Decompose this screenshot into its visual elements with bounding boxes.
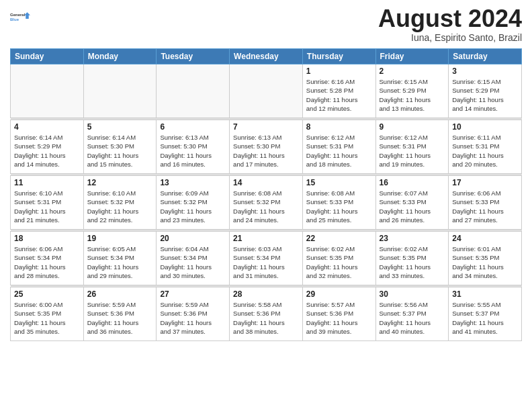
day-info: Sunrise: 6:04 AM Sunset: 5:34 PM Dayligh… bbox=[160, 244, 226, 280]
day-info: Sunrise: 6:13 AM Sunset: 5:30 PM Dayligh… bbox=[160, 133, 226, 169]
calendar-cell: 14Sunrise: 6:08 AM Sunset: 5:32 PM Dayli… bbox=[230, 176, 303, 230]
header-wednesday: Wednesday bbox=[230, 49, 303, 64]
calendar-cell: 23Sunrise: 6:02 AM Sunset: 5:35 PM Dayli… bbox=[375, 232, 449, 285]
calendar-cell bbox=[83, 64, 157, 118]
day-number: 6 bbox=[160, 122, 226, 132]
day-number: 31 bbox=[452, 289, 518, 299]
day-number: 20 bbox=[160, 234, 226, 243]
day-number: 29 bbox=[306, 289, 372, 299]
day-number: 18 bbox=[14, 234, 80, 243]
day-info: Sunrise: 6:08 AM Sunset: 5:33 PM Dayligh… bbox=[306, 189, 372, 224]
calendar-cell: 8Sunrise: 6:12 AM Sunset: 5:31 PM Daylig… bbox=[302, 120, 375, 174]
day-number: 10 bbox=[452, 122, 518, 132]
calendar-cell: 13Sunrise: 6:09 AM Sunset: 5:32 PM Dayli… bbox=[157, 176, 230, 230]
calendar-week-row: 18Sunrise: 6:06 AM Sunset: 5:34 PM Dayli… bbox=[11, 232, 522, 285]
month-year: August 2024 bbox=[378, 7, 522, 31]
calendar-cell: 6Sunrise: 6:13 AM Sunset: 5:30 PM Daylig… bbox=[157, 120, 230, 174]
calendar-week-row: 4Sunrise: 6:14 AM Sunset: 5:29 PM Daylig… bbox=[11, 120, 522, 174]
calendar-cell: 30Sunrise: 5:56 AM Sunset: 5:37 PM Dayli… bbox=[375, 287, 449, 341]
day-info: Sunrise: 6:15 AM Sunset: 5:29 PM Dayligh… bbox=[452, 77, 518, 113]
day-number: 26 bbox=[87, 289, 153, 299]
day-info: Sunrise: 6:08 AM Sunset: 5:32 PM Dayligh… bbox=[233, 189, 299, 224]
day-number: 24 bbox=[452, 234, 518, 243]
header-sunday: Sunday bbox=[11, 49, 84, 64]
day-info: Sunrise: 6:14 AM Sunset: 5:29 PM Dayligh… bbox=[14, 133, 80, 169]
day-number: 7 bbox=[233, 122, 299, 132]
header-thursday: Thursday bbox=[302, 49, 375, 64]
header-monday: Monday bbox=[83, 49, 157, 64]
header: GeneralBlue August 2024 Iuna, Espirito S… bbox=[10, 7, 522, 43]
header-tuesday: Tuesday bbox=[157, 49, 230, 64]
calendar-cell: 26Sunrise: 5:59 AM Sunset: 5:36 PM Dayli… bbox=[83, 287, 157, 341]
day-number: 27 bbox=[160, 289, 226, 299]
day-number: 21 bbox=[233, 234, 299, 243]
day-number: 15 bbox=[306, 178, 372, 187]
logo-icon: GeneralBlue bbox=[10, 7, 30, 27]
day-number: 28 bbox=[233, 289, 299, 299]
calendar-cell: 21Sunrise: 6:03 AM Sunset: 5:34 PM Dayli… bbox=[230, 232, 303, 285]
calendar-cell: 31Sunrise: 5:55 AM Sunset: 5:37 PM Dayli… bbox=[449, 287, 522, 341]
calendar-cell: 28Sunrise: 5:58 AM Sunset: 5:36 PM Dayli… bbox=[230, 287, 303, 341]
svg-text:Blue: Blue bbox=[10, 17, 19, 21]
day-info: Sunrise: 6:05 AM Sunset: 5:34 PM Dayligh… bbox=[87, 244, 153, 280]
day-info: Sunrise: 5:59 AM Sunset: 5:36 PM Dayligh… bbox=[87, 300, 153, 336]
day-number: 9 bbox=[380, 122, 445, 132]
day-info: Sunrise: 5:58 AM Sunset: 5:36 PM Dayligh… bbox=[233, 300, 299, 336]
calendar-cell bbox=[157, 64, 230, 118]
day-info: Sunrise: 6:01 AM Sunset: 5:35 PM Dayligh… bbox=[452, 244, 518, 280]
day-number: 22 bbox=[306, 234, 372, 243]
header-friday: Friday bbox=[375, 49, 449, 64]
day-info: Sunrise: 6:06 AM Sunset: 5:34 PM Dayligh… bbox=[14, 244, 80, 280]
day-number: 13 bbox=[160, 178, 226, 187]
day-number: 14 bbox=[233, 178, 299, 187]
calendar-cell: 4Sunrise: 6:14 AM Sunset: 5:29 PM Daylig… bbox=[11, 120, 84, 174]
day-info: Sunrise: 6:13 AM Sunset: 5:30 PM Dayligh… bbox=[233, 133, 299, 169]
day-info: Sunrise: 6:06 AM Sunset: 5:33 PM Dayligh… bbox=[452, 189, 518, 224]
calendar-week-row: 1Sunrise: 6:16 AM Sunset: 5:28 PM Daylig… bbox=[11, 64, 522, 118]
day-info: Sunrise: 6:14 AM Sunset: 5:30 PM Dayligh… bbox=[87, 133, 153, 169]
day-info: Sunrise: 6:12 AM Sunset: 5:31 PM Dayligh… bbox=[306, 133, 372, 169]
day-number: 8 bbox=[306, 122, 372, 132]
weekday-header-row: Sunday Monday Tuesday Wednesday Thursday… bbox=[11, 49, 522, 64]
day-number: 23 bbox=[380, 234, 445, 243]
day-info: Sunrise: 5:55 AM Sunset: 5:37 PM Dayligh… bbox=[452, 300, 518, 336]
calendar-cell: 25Sunrise: 6:00 AM Sunset: 5:35 PM Dayli… bbox=[11, 287, 84, 341]
title-section: August 2024 Iuna, Espirito Santo, Brazil bbox=[378, 7, 522, 43]
day-number: 1 bbox=[306, 66, 372, 76]
calendar-cell: 19Sunrise: 6:05 AM Sunset: 5:34 PM Dayli… bbox=[83, 232, 157, 285]
calendar-cell: 24Sunrise: 6:01 AM Sunset: 5:35 PM Dayli… bbox=[449, 232, 522, 285]
day-info: Sunrise: 6:10 AM Sunset: 5:32 PM Dayligh… bbox=[87, 189, 153, 224]
calendar-cell: 7Sunrise: 6:13 AM Sunset: 5:30 PM Daylig… bbox=[230, 120, 303, 174]
calendar-cell bbox=[230, 64, 303, 118]
day-info: Sunrise: 5:57 AM Sunset: 5:36 PM Dayligh… bbox=[306, 300, 372, 336]
calendar-cell: 3Sunrise: 6:15 AM Sunset: 5:29 PM Daylig… bbox=[449, 64, 522, 118]
location: Iuna, Espirito Santo, Brazil bbox=[378, 32, 522, 43]
calendar-cell: 29Sunrise: 5:57 AM Sunset: 5:36 PM Dayli… bbox=[302, 287, 375, 341]
header-saturday: Saturday bbox=[449, 49, 522, 64]
logo: GeneralBlue bbox=[10, 7, 30, 27]
calendar-cell: 16Sunrise: 6:07 AM Sunset: 5:33 PM Dayli… bbox=[375, 176, 449, 230]
day-number: 25 bbox=[14, 289, 80, 299]
calendar-cell: 2Sunrise: 6:15 AM Sunset: 5:29 PM Daylig… bbox=[375, 64, 449, 118]
svg-text:General: General bbox=[10, 13, 26, 17]
day-number: 2 bbox=[380, 66, 445, 76]
day-number: 16 bbox=[380, 178, 445, 187]
day-info: Sunrise: 6:03 AM Sunset: 5:34 PM Dayligh… bbox=[233, 244, 299, 280]
calendar-cell: 18Sunrise: 6:06 AM Sunset: 5:34 PM Dayli… bbox=[11, 232, 84, 285]
calendar-cell: 15Sunrise: 6:08 AM Sunset: 5:33 PM Dayli… bbox=[302, 176, 375, 230]
day-info: Sunrise: 6:16 AM Sunset: 5:28 PM Dayligh… bbox=[306, 77, 372, 113]
day-number: 30 bbox=[380, 289, 445, 299]
calendar: Sunday Monday Tuesday Wednesday Thursday… bbox=[10, 48, 522, 341]
calendar-cell: 27Sunrise: 5:59 AM Sunset: 5:36 PM Dayli… bbox=[157, 287, 230, 341]
calendar-cell: 20Sunrise: 6:04 AM Sunset: 5:34 PM Dayli… bbox=[157, 232, 230, 285]
calendar-cell: 11Sunrise: 6:10 AM Sunset: 5:31 PM Dayli… bbox=[11, 176, 84, 230]
calendar-week-row: 25Sunrise: 6:00 AM Sunset: 5:35 PM Dayli… bbox=[11, 287, 522, 341]
day-info: Sunrise: 6:07 AM Sunset: 5:33 PM Dayligh… bbox=[380, 189, 445, 224]
day-info: Sunrise: 6:12 AM Sunset: 5:31 PM Dayligh… bbox=[380, 133, 445, 169]
day-info: Sunrise: 6:00 AM Sunset: 5:35 PM Dayligh… bbox=[14, 300, 80, 336]
day-number: 4 bbox=[14, 122, 80, 132]
day-number: 11 bbox=[14, 178, 80, 187]
calendar-cell: 1Sunrise: 6:16 AM Sunset: 5:28 PM Daylig… bbox=[302, 64, 375, 118]
calendar-week-row: 11Sunrise: 6:10 AM Sunset: 5:31 PM Dayli… bbox=[11, 176, 522, 230]
calendar-cell: 5Sunrise: 6:14 AM Sunset: 5:30 PM Daylig… bbox=[83, 120, 157, 174]
